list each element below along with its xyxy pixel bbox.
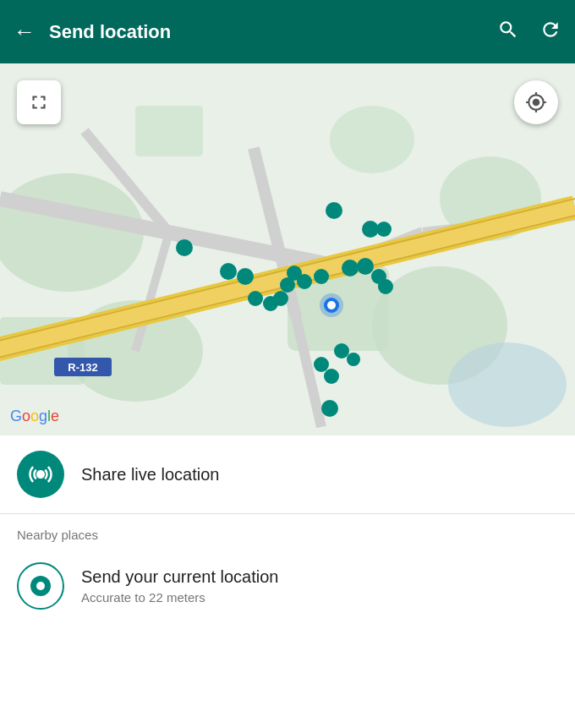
svg-rect-9: [135, 106, 203, 156]
current-location-icon: [17, 562, 64, 610]
svg-point-35: [378, 279, 393, 294]
bottom-panel: Share live location Nearby places Send y…: [0, 435, 575, 623]
svg-point-40: [376, 222, 392, 237]
svg-point-5: [448, 342, 567, 427]
svg-point-29: [297, 274, 312, 289]
app-header: ← Send location: [0, 0, 575, 63]
share-live-label: Share live location: [81, 465, 219, 484]
refresh-icon[interactable]: [539, 19, 561, 46]
expand-map-button[interactable]: [17, 80, 61, 124]
page-title: Send location: [49, 21, 477, 43]
svg-point-43: [327, 301, 336, 309]
svg-point-31: [280, 277, 295, 293]
share-live-icon: [17, 451, 64, 498]
nearby-places-header: Nearby places: [0, 514, 575, 549]
search-icon[interactable]: [497, 19, 519, 46]
svg-point-24: [176, 239, 193, 256]
svg-point-8: [330, 106, 414, 173]
svg-point-36: [248, 291, 263, 306]
svg-point-26: [237, 268, 254, 285]
current-location-row[interactable]: Send your current location Accurate to 2…: [0, 549, 575, 623]
google-logo: Google: [10, 408, 59, 425]
svg-text:R-132: R-132: [68, 361, 97, 374]
share-live-location-row[interactable]: Share live location: [0, 435, 575, 514]
svg-point-32: [342, 260, 359, 276]
svg-point-45: [347, 353, 360, 366]
current-location-title: Send your current location: [81, 567, 278, 587]
svg-point-48: [321, 400, 338, 417]
svg-point-38: [273, 291, 288, 306]
svg-point-46: [314, 357, 329, 372]
back-button[interactable]: ←: [14, 19, 36, 45]
current-location-subtitle: Accurate to 22 meters: [81, 590, 278, 605]
svg-point-27: [326, 202, 342, 219]
svg-point-33: [357, 258, 374, 275]
svg-point-30: [314, 269, 329, 284]
map-view[interactable]: R-132 Google: [0, 63, 575, 435]
svg-point-25: [220, 263, 237, 280]
locate-button[interactable]: [514, 80, 558, 124]
svg-point-47: [324, 369, 339, 384]
current-location-text: Send your current location Accurate to 2…: [81, 567, 278, 605]
svg-point-44: [334, 343, 349, 359]
